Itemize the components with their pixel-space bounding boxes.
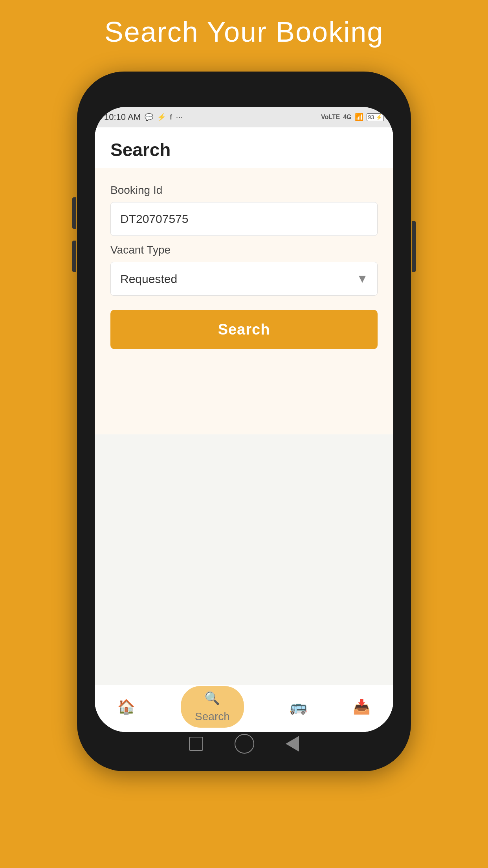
- home-icon: 🏠: [117, 699, 135, 715]
- home-hardware-button[interactable]: [235, 734, 254, 754]
- status-bar: 10:10 AM 💬 ⚡ f ··· VoLTE 4G 📶 93 ⚡: [95, 107, 393, 127]
- phone-bottom-buttons: [77, 724, 411, 763]
- power-button[interactable]: [412, 221, 416, 272]
- volume-up-button[interactable]: [72, 197, 76, 229]
- phone-shell: 10:10 AM 💬 ⚡ f ··· VoLTE 4G 📶 93 ⚡ Searc…: [77, 72, 411, 771]
- app-content: Search Booking Id Vacant Type Requested …: [95, 127, 393, 732]
- battery-icon: 93 ⚡: [367, 113, 384, 121]
- search-nav-icon: 🔍: [204, 691, 220, 706]
- signal-icon: 📶: [355, 113, 363, 121]
- 4g-icon: 4G: [343, 114, 351, 121]
- nav-home[interactable]: 🏠: [117, 699, 135, 715]
- recent-apps-button[interactable]: [189, 737, 203, 751]
- back-hardware-button[interactable]: [286, 736, 299, 752]
- message-icon: 💬: [145, 113, 153, 121]
- app-header-title: Search: [110, 139, 378, 160]
- nav-inbox[interactable]: 📥: [353, 699, 371, 715]
- status-time: 10:10 AM: [104, 112, 141, 122]
- bus-icon: 🚌: [290, 699, 307, 715]
- inbox-icon: 📥: [353, 699, 371, 715]
- search-button[interactable]: Search: [110, 310, 378, 349]
- form-area: Booking Id Vacant Type Requested Availab…: [95, 168, 393, 434]
- page-title: Search Your Booking: [105, 16, 384, 48]
- nav-search[interactable]: 🔍 Search: [181, 686, 244, 728]
- more-icon: ···: [176, 113, 183, 121]
- facebook-icon: f: [170, 113, 172, 121]
- vacant-type-wrapper: Requested Available Occupied All ▼: [110, 262, 378, 296]
- vacant-type-select[interactable]: Requested Available Occupied All: [110, 262, 378, 296]
- vacant-type-label: Vacant Type: [110, 244, 378, 256]
- volume-down-button[interactable]: [72, 241, 76, 272]
- app-header: Search: [95, 127, 393, 168]
- content-empty: [95, 434, 393, 685]
- usb-icon: ⚡: [157, 113, 166, 121]
- status-left: 10:10 AM 💬 ⚡ f ···: [104, 112, 183, 122]
- nav-search-label: Search: [195, 710, 230, 723]
- booking-id-input[interactable]: [110, 202, 378, 236]
- status-right: VoLTE 4G 📶 93 ⚡: [321, 113, 384, 121]
- booking-id-label: Booking Id: [110, 184, 378, 197]
- phone-screen: 10:10 AM 💬 ⚡ f ··· VoLTE 4G 📶 93 ⚡ Searc…: [95, 107, 393, 732]
- nav-bus[interactable]: 🚌: [290, 699, 307, 715]
- volte-icon: VoLTE: [321, 114, 340, 121]
